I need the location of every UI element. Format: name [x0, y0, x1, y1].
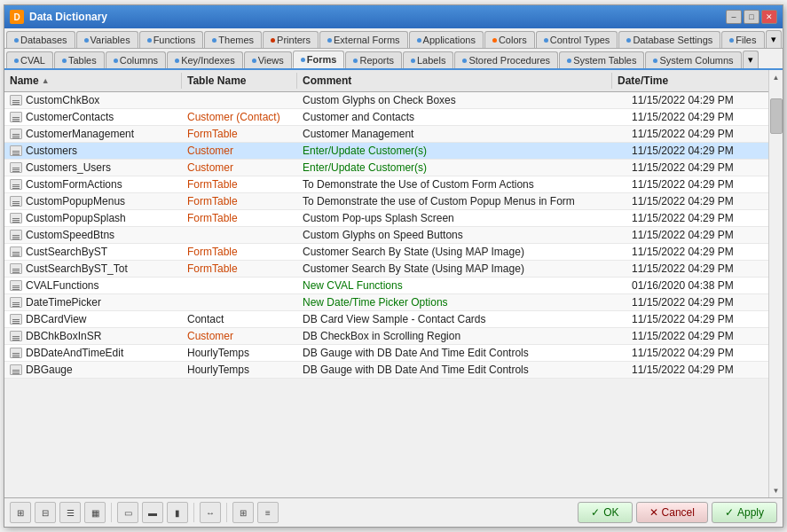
- scrollbar[interactable]: ▲ ▼: [768, 70, 783, 497]
- table-row[interactable]: DateTimePicker New Date/Time Picker Opti…: [4, 294, 768, 311]
- sort-arrow-name: ▲: [42, 76, 50, 85]
- tab-system-columns[interactable]: System Columns: [645, 51, 741, 68]
- tab-views[interactable]: Views: [244, 51, 292, 68]
- table-row[interactable]: CustomerManagement FormTable Customer Ma…: [4, 126, 768, 143]
- table-row[interactable]: CustomPopupMenus FormTable To Demonstrat…: [4, 193, 768, 210]
- cell-table: [182, 92, 297, 108]
- scroll-down-button[interactable]: ▼: [770, 483, 783, 497]
- toolbar-icon-10[interactable]: ≡: [257, 502, 279, 523]
- tab-databases[interactable]: Databases: [6, 31, 75, 48]
- toolbar-icon-2[interactable]: ⊟: [35, 502, 56, 523]
- cell-comment: Enter/Update Customer(s): [297, 143, 626, 159]
- row-icon: [10, 280, 22, 291]
- cell-name: DBGauge: [4, 362, 182, 378]
- apply-button[interactable]: ✓ Apply: [712, 502, 777, 523]
- cell-name: CustomPopupSplash: [4, 210, 182, 226]
- toolbar-icon-3[interactable]: ☰: [59, 502, 81, 523]
- tab-labels[interactable]: Labels: [403, 51, 453, 68]
- tab-applications[interactable]: Applications: [409, 31, 484, 48]
- table-row[interactable]: CustSearchByST_Tot FormTable Customer Se…: [4, 261, 768, 278]
- tab-stored-procedures[interactable]: Stored Procedures: [454, 51, 558, 68]
- col-header-name[interactable]: Name ▲: [4, 73, 182, 89]
- cell-datetime: 11/15/2022 04:29 PM: [626, 227, 768, 243]
- cell-datetime: 11/15/2022 04:29 PM: [626, 210, 768, 226]
- table-row[interactable]: Customers Customer Enter/Update Customer…: [4, 143, 768, 160]
- toolbar-icon-9[interactable]: ⊞: [232, 502, 254, 523]
- toolbar-icon-1[interactable]: ⊞: [10, 502, 31, 523]
- ok-checkmark-icon: ✓: [591, 506, 600, 519]
- tab-functions[interactable]: Functions: [139, 31, 204, 48]
- table-row[interactable]: CustomChkBox Custom Glyphs on Check Boxe…: [4, 92, 768, 109]
- cell-name: CustomSpeedBtns: [4, 227, 182, 243]
- cell-name: DateTimePicker: [4, 294, 182, 310]
- tab-system-tables[interactable]: System Tables: [559, 51, 644, 68]
- tab-columns[interactable]: Columns: [106, 51, 166, 68]
- table-row[interactable]: DBGauge HourlyTemps DB Gauge with DB Dat…: [4, 362, 768, 379]
- tab-external-forms[interactable]: External Forms: [319, 31, 408, 48]
- cell-name: CustSearchByST_Tot: [4, 261, 182, 277]
- tab-indicator: [14, 59, 19, 63]
- table-row[interactable]: DBDateAndTimeEdit HourlyTemps DB Gauge w…: [4, 345, 768, 362]
- close-button[interactable]: ✕: [761, 10, 777, 24]
- cell-datetime: 11/15/2022 04:29 PM: [626, 362, 768, 378]
- row-icon: [10, 263, 22, 274]
- table-row[interactable]: CustomerContacts Customer (Contact) Cust…: [4, 109, 768, 126]
- tabs-overflow-button[interactable]: ▾: [766, 30, 782, 48]
- minimize-button[interactable]: –: [726, 10, 742, 24]
- cell-table: FormTable: [182, 244, 297, 260]
- tab-forms[interactable]: Forms: [293, 51, 345, 68]
- cell-datetime: 11/15/2022 04:29 PM: [626, 294, 768, 310]
- tab-key-indexes[interactable]: Key/Indexes: [167, 51, 243, 68]
- row-icon: [10, 246, 22, 257]
- tabs-row2-overflow-button[interactable]: ▾: [743, 51, 759, 68]
- table-header: Name ▲ Table Name Comment Date/Time: [4, 70, 768, 92]
- tab-control-types[interactable]: Control Types: [536, 31, 618, 48]
- tab-database-settings[interactable]: Database Settings: [618, 31, 720, 48]
- tab-reports[interactable]: Reports: [345, 51, 402, 68]
- col-header-table[interactable]: Table Name: [182, 73, 297, 89]
- table-row[interactable]: CustSearchByST FormTable Customer Search…: [4, 244, 768, 261]
- tab-indicator: [417, 38, 421, 43]
- toolbar-icon-4[interactable]: ▦: [84, 502, 106, 523]
- tab-colors[interactable]: Colors: [484, 31, 535, 48]
- toolbar-icon-5[interactable]: ▭: [117, 502, 138, 523]
- table-row[interactable]: CVALFunctions New CVAL Functions 01/16/2…: [4, 278, 768, 294]
- tab-indicator: [252, 59, 256, 63]
- cell-datetime: 11/15/2022 04:29 PM: [626, 244, 768, 260]
- cancel-button[interactable]: ✕ Cancel: [636, 502, 708, 523]
- tab-tables[interactable]: Tables: [54, 51, 105, 68]
- row-icon: [10, 297, 22, 308]
- tab-files[interactable]: Files: [721, 31, 764, 48]
- col-header-datetime[interactable]: Date/Time: [612, 73, 754, 89]
- row-icon: [10, 162, 22, 173]
- cell-comment: Enter/Update Customer(s): [297, 160, 626, 176]
- table-row[interactable]: DBCardView Contact DB Card View Sample -…: [4, 311, 768, 328]
- toolbar-separator-1: [111, 503, 112, 522]
- maximize-button[interactable]: □: [744, 10, 759, 24]
- app-icon: D: [10, 10, 24, 24]
- table-row[interactable]: CustomPopupSplash FormTable Custom Pop-u…: [4, 210, 768, 227]
- tab-themes[interactable]: Themes: [204, 31, 262, 48]
- scrollbar-thumb[interactable]: [770, 98, 783, 134]
- toolbar-icon-7[interactable]: ▮: [167, 502, 188, 523]
- row-icon: [10, 348, 22, 358]
- cell-name: Customers: [4, 143, 182, 159]
- scroll-up-button[interactable]: ▲: [770, 70, 783, 84]
- tab-indicator: [544, 38, 548, 43]
- table-row[interactable]: CustomSpeedBtns Custom Glyphs on Speed B…: [4, 227, 768, 244]
- table-row[interactable]: DBChkBoxInSR Customer DB CheckBox in Scr…: [4, 328, 768, 345]
- tab-printers[interactable]: Printers: [263, 31, 319, 48]
- tab-variables[interactable]: Variables: [76, 31, 138, 48]
- ok-button[interactable]: ✓ OK: [578, 502, 632, 523]
- col-header-comment[interactable]: Comment: [297, 73, 612, 89]
- toolbar-icon-6[interactable]: ▬: [142, 502, 163, 523]
- table-row[interactable]: Customers_Users Customer Enter/Update Cu…: [4, 160, 768, 176]
- toolbar-icon-8[interactable]: ↔: [200, 502, 221, 523]
- tab-cval[interactable]: CVAL: [6, 51, 53, 68]
- cell-comment: Customer Search By State (Using MAP Imag…: [297, 244, 626, 260]
- table-row[interactable]: CustomFormActions FormTable To Demonstra…: [4, 176, 768, 193]
- cell-comment: DB Card View Sample - Contact Cards: [297, 311, 626, 327]
- table-body: CustomChkBox Custom Glyphs on Check Boxe…: [4, 92, 768, 497]
- cell-comment: DB CheckBox in Scrolling Region: [297, 328, 626, 344]
- cell-datetime: 11/15/2022 04:29 PM: [626, 193, 768, 209]
